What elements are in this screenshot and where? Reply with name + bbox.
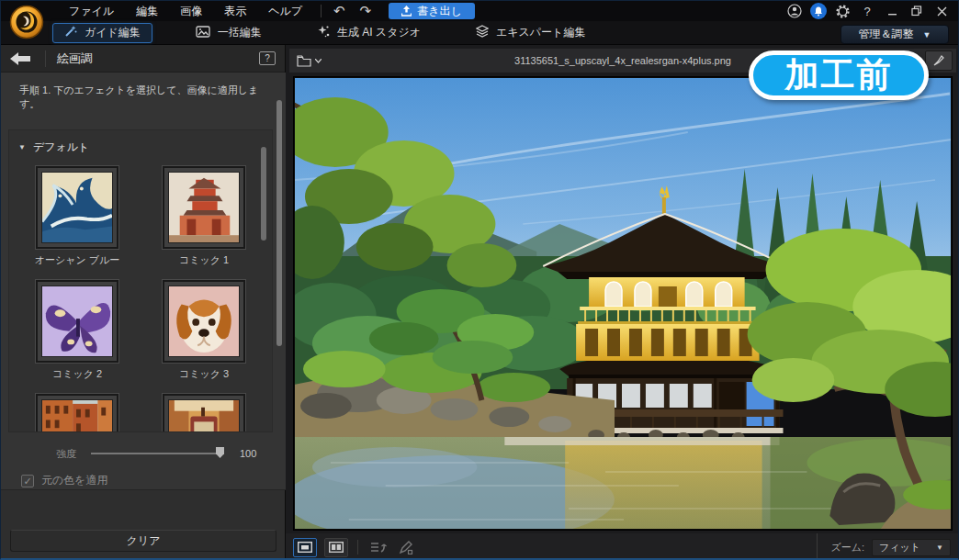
tab-wand[interactable]: ガイド編集 xyxy=(52,23,152,43)
effect-item-5[interactable]: サバンナ xyxy=(156,394,252,432)
settings-gear-icon[interactable] xyxy=(833,2,852,20)
manage-adjust-button[interactable]: 管理＆調整 ▼ xyxy=(841,25,949,44)
close-icon[interactable] xyxy=(932,2,951,20)
apply-history-icon[interactable] xyxy=(367,538,389,556)
strength-row: 強度 100 xyxy=(1,438,286,469)
effect-item-4[interactable]: コミック 4 xyxy=(29,394,125,432)
app-logo-icon xyxy=(8,4,45,40)
menu-item-0[interactable]: ファイル xyxy=(58,1,125,22)
effect-thumbnail-pagoda[interactable] xyxy=(163,166,245,249)
menu-items: ファイル編集画像表示ヘルプ xyxy=(58,1,313,22)
minimize-icon[interactable] xyxy=(883,2,901,20)
sparkle-icon xyxy=(317,25,330,40)
zoom-select[interactable]: フィット ▼ xyxy=(872,539,951,556)
effect-label: コミック 3 xyxy=(179,367,229,381)
strength-value: 100 xyxy=(240,448,256,459)
canvas-area: 31135651_s_upscayl_4x_realesrgan-x4plus.… xyxy=(286,45,959,560)
strength-label: 強度 xyxy=(56,447,76,461)
export-label: 書き出し xyxy=(417,4,462,19)
menu-item-2[interactable]: 画像 xyxy=(169,1,213,22)
tab-sparkle[interactable]: 生成 AI スタジオ xyxy=(305,23,433,43)
layers-icon xyxy=(476,25,489,40)
menu-item-1[interactable]: 編集 xyxy=(125,1,169,22)
effect-thumbnail-dog[interactable] xyxy=(163,280,245,363)
menu-item-3[interactable]: 表示 xyxy=(213,1,257,22)
back-arrow-icon[interactable] xyxy=(10,50,34,68)
panel-title: 絵画調 xyxy=(45,50,93,67)
zoom-label: ズーム: xyxy=(830,541,864,554)
restore-window-icon[interactable] xyxy=(908,2,926,20)
workspace-tab-bar: ガイド編集一括編集生成 AI スタジオエキスパート編集 xyxy=(1,21,958,45)
canvas-bottom-bar: ズーム: フィット ▼ xyxy=(286,533,959,560)
redo-icon[interactable]: ↷ xyxy=(355,2,377,20)
effects-scrollbar[interactable] xyxy=(261,147,266,241)
effects-section-label: デフォルト xyxy=(33,140,89,155)
zoom-group: ズーム: フィット ▼ xyxy=(817,533,959,560)
tab-batch-image[interactable]: 一括編集 xyxy=(184,23,274,43)
tab-layers[interactable]: エキスパート編集 xyxy=(464,23,597,43)
manage-adjust-label: 管理＆調整 xyxy=(859,27,914,42)
edit-pen-icon[interactable] xyxy=(395,538,417,556)
clear-button[interactable]: クリア xyxy=(10,530,276,552)
effect-label: コミック 1 xyxy=(179,253,229,267)
chevron-down-icon: ▼ xyxy=(923,30,931,39)
effect-thumbnail-butterfly[interactable] xyxy=(36,280,118,363)
before-processing-badge: 加工前 xyxy=(749,50,929,100)
panel-help-icon[interactable]: ? xyxy=(259,51,276,65)
account-icon[interactable] xyxy=(785,2,804,20)
badge-label: 加工前 xyxy=(785,52,893,98)
collapse-triangle-icon: ▼ xyxy=(18,143,26,151)
effects-section: ▼ デフォルト オーシャン ブルーコミック 1コミック 2コミック 3コミック … xyxy=(8,129,273,432)
strength-slider-handle[interactable] xyxy=(216,447,224,458)
apply-original-colors-label: 元の色を適用 xyxy=(41,473,108,488)
panel-body: 手順 1. 下のエフェクトを選択して、画像に適用します。 ▼ デフォルト オーシ… xyxy=(1,73,286,490)
menu-item-4[interactable]: ヘルプ xyxy=(257,1,313,22)
strength-slider[interactable] xyxy=(91,453,220,454)
chevron-down-icon: ▼ xyxy=(936,543,943,552)
effect-thumbnail-tram[interactable] xyxy=(163,394,245,432)
batch-image-icon xyxy=(196,26,210,40)
menubar-divider xyxy=(321,5,322,17)
zoom-value: フィット xyxy=(879,541,920,554)
effect-item-3[interactable]: コミック 3 xyxy=(156,280,252,381)
apply-original-colors-row: ✓ 元の色を適用 xyxy=(21,473,108,488)
effect-item-0[interactable]: オーシャン ブルー xyxy=(29,166,125,267)
photo-kinkakuji xyxy=(294,77,952,530)
menu-bar: ファイル編集画像表示ヘルプ ↶ ↷ 書き出し ? xyxy=(1,1,958,21)
export-button[interactable]: 書き出し xyxy=(389,3,475,19)
photo-viewport[interactable] xyxy=(293,76,953,531)
panel-scrollbar[interactable] xyxy=(276,100,282,346)
panel-header: 絵画調 ? xyxy=(1,45,285,73)
tab-label: 一括編集 xyxy=(218,25,262,40)
guided-edit-panel: 絵画調 ? 手順 1. 下のエフェクトを選択して、画像に適用します。 ▼ デフォ… xyxy=(1,45,286,560)
effect-item-2[interactable]: コミック 2 xyxy=(29,280,125,381)
single-view-button[interactable] xyxy=(293,538,317,557)
undo-icon[interactable]: ↶ xyxy=(329,2,350,20)
effect-label: オーシャン ブルー xyxy=(35,253,120,267)
bottombar-divider xyxy=(357,540,358,554)
upload-icon xyxy=(401,6,412,17)
tab-label: エキスパート編集 xyxy=(496,25,585,40)
help-icon[interactable]: ? xyxy=(858,2,876,20)
effects-section-header[interactable]: ▼ デフォルト xyxy=(9,130,272,161)
effect-item-1[interactable]: コミック 1 xyxy=(156,166,252,267)
wand-icon xyxy=(64,25,77,40)
tab-label: ガイド編集 xyxy=(85,25,141,40)
notification-bell-icon[interactable] xyxy=(810,3,827,19)
effect-thumbnail-gondola[interactable] xyxy=(36,394,118,432)
step-instruction: 手順 1. 下のエフェクトを選択して、画像に適用します。 xyxy=(1,73,286,111)
split-view-button[interactable] xyxy=(324,538,348,557)
brush-tool-button[interactable] xyxy=(925,50,953,71)
tab-label: 生成 AI スタジオ xyxy=(337,25,421,40)
effect-thumbnail-wave[interactable] xyxy=(36,166,118,249)
apply-original-colors-checkbox[interactable]: ✓ xyxy=(21,475,34,487)
effect-label: コミック 2 xyxy=(52,367,102,381)
